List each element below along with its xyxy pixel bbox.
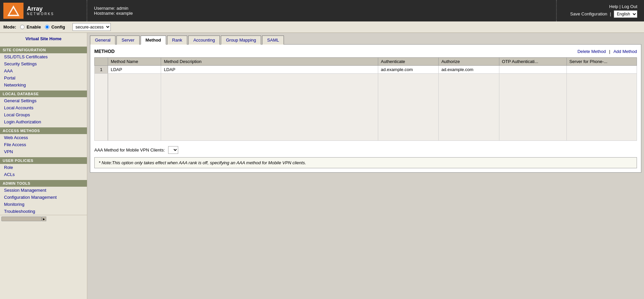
table-header-row: Method Name Method Description Authentic… <box>95 58 637 66</box>
tab-general[interactable]: General <box>90 36 115 45</box>
sidebar-item-acls[interactable]: ACLs <box>0 171 87 178</box>
enable-label: Enable <box>27 24 41 29</box>
config-radio-group: Config <box>45 24 65 29</box>
layout: Virtual Site Home SITE CONFIGURATION SSL… <box>0 33 644 299</box>
array-logo-icon <box>7 5 20 17</box>
th-authorize: Authorize <box>439 58 499 66</box>
empty-name <box>108 74 161 141</box>
sidebar-section-local-db: LOCAL DATABASE <box>0 91 87 97</box>
logo-box <box>3 3 23 19</box>
mode-bar: Mode: Enable Config secure-access <box>0 21 644 33</box>
actions-sep: | <box>609 49 611 54</box>
top-links: Help | Log Out <box>609 4 637 9</box>
sidebar-item-ssl-certs[interactable]: SSL/DTLS Certificates <box>0 53 87 60</box>
row-num: 1 <box>95 66 108 74</box>
row-method-name: LDAP <box>108 66 161 74</box>
sidebar-section-site-config: SITE CONFIGURATION <box>0 47 87 53</box>
sidebar-item-vpn[interactable]: VPN <box>0 148 87 155</box>
empty-num <box>95 74 108 141</box>
sidebar-item-aaa[interactable]: AAA <box>0 67 87 74</box>
sidebar-item-networking[interactable]: Networking <box>0 81 87 88</box>
tab-server[interactable]: Server <box>116 36 139 45</box>
sidebar-item-session-mgmt[interactable]: Session Management <box>0 187 87 194</box>
brand-name: Array <box>27 6 54 12</box>
tab-method[interactable]: Method <box>141 36 166 45</box>
sidebar-item-web-access[interactable]: Web Access <box>0 134 87 141</box>
mode-dropdown[interactable]: secure-access <box>72 23 111 31</box>
config-label: Config <box>51 24 65 29</box>
mobile-vpn-label: AAA Method for Mobile VPN Clients: <box>94 147 165 153</box>
user-info: Username: admin Hostname: example <box>87 0 557 21</box>
row-authenticate: ad.example.com <box>378 66 438 74</box>
table-row: 1 LDAP LDAP ad.example.com ad.example.co… <box>95 66 637 74</box>
add-method-link[interactable]: Add Method <box>613 49 637 54</box>
language-select[interactable]: English <box>614 10 637 18</box>
sidebar-item-general-settings[interactable]: General Settings <box>0 97 87 104</box>
empty-otp <box>499 74 566 141</box>
note-box: * Note:This option only takes effect whe… <box>94 157 637 168</box>
save-lang: Save Configuration | English <box>570 10 637 18</box>
sidebar-item-login-auth[interactable]: Login Authorization <box>0 118 87 125</box>
empty-auth <box>378 74 438 141</box>
tabs-container: General Server Method Rank Accounting Gr… <box>90 36 641 45</box>
th-num <box>95 58 108 66</box>
th-authenticate: Authenticate <box>378 58 438 66</box>
mobile-vpn-select[interactable] <box>168 146 178 154</box>
hostname-label: Hostname: example <box>94 11 549 16</box>
logo-area: Array NETWORKS <box>0 0 87 21</box>
tab-accounting[interactable]: Accounting <box>188 36 220 45</box>
tab-saml[interactable]: SAML <box>262 36 284 45</box>
enable-radio[interactable] <box>20 25 24 29</box>
sidebar-item-troubleshooting[interactable]: Troubleshooting <box>0 208 87 215</box>
tab-group-mapping[interactable]: Group Mapping <box>221 36 261 45</box>
username-label: Username: admin <box>94 6 549 11</box>
method-title: METHOD <box>94 49 115 54</box>
empty-desc <box>161 74 378 141</box>
main-content: General Server Method Rank Accounting Gr… <box>87 33 644 299</box>
sidebar-item-portal[interactable]: Portal <box>0 74 87 81</box>
sidebar-section-user-policies: USER POLICIES <box>0 157 87 164</box>
mobile-vpn-section: AAA Method for Mobile VPN Clients: <box>94 146 637 154</box>
th-method-name: Method Name <box>108 58 161 66</box>
save-config-link[interactable]: Save Configuration <box>570 11 607 16</box>
row-method-desc: LDAP <box>161 66 378 74</box>
method-panel: METHOD Delete Method | Add Method Method… <box>90 44 641 173</box>
row-server-phone <box>566 66 637 74</box>
sidebar-item-config-mgmt[interactable]: Configuration Management <box>0 194 87 201</box>
sidebar-item-role[interactable]: Role <box>0 164 87 171</box>
scrollbar-thumb[interactable] <box>1 217 42 221</box>
th-otp: OTP Authenticati... <box>499 58 566 66</box>
pipe-sep: | <box>620 4 622 9</box>
th-method-desc: Method Description <box>161 58 378 66</box>
virtual-site-home-link[interactable]: Virtual Site Home <box>0 33 87 45</box>
method-actions: Delete Method | Add Method <box>578 49 637 54</box>
sidebar-section-access-methods: ACCESS METHODS <box>0 127 87 134</box>
top-right: Help | Log Out Save Configuration | Engl… <box>557 0 644 21</box>
empty-phone <box>566 74 637 141</box>
enable-radio-group: Enable <box>20 24 41 29</box>
note-text: * Note:This option only takes effect whe… <box>99 160 306 165</box>
sidebar-section-admin-tools: ADMIN TOOLS <box>0 180 87 187</box>
sidebar-item-local-groups[interactable]: Local Groups <box>0 111 87 118</box>
logo-text: Array NETWORKS <box>27 6 54 16</box>
sidebar-item-monitoring[interactable]: Monitoring <box>0 201 87 208</box>
row-authorize: ad.example.com <box>439 66 499 74</box>
row-otp <box>499 66 566 74</box>
th-server-phone: Server for Phone-... <box>566 58 637 66</box>
header: Array NETWORKS Username: admin Hostname:… <box>0 0 644 21</box>
method-header: METHOD Delete Method | Add Method <box>94 49 637 54</box>
config-radio[interactable] <box>45 25 49 29</box>
table-empty-row <box>95 74 637 141</box>
save-lang-sep: | <box>610 11 611 16</box>
method-table: Method Name Method Description Authentic… <box>94 57 637 141</box>
delete-method-link[interactable]: Delete Method <box>578 49 606 54</box>
logout-link[interactable]: Log Out <box>622 4 637 9</box>
empty-authz <box>439 74 499 141</box>
sidebar-item-local-accounts[interactable]: Local Accounts <box>0 104 87 111</box>
sidebar-item-security-settings[interactable]: Security Settings <box>0 60 87 67</box>
tab-rank[interactable]: Rank <box>167 36 187 45</box>
sidebar-item-file-access[interactable]: File Access <box>0 141 87 148</box>
help-link[interactable]: Help <box>609 4 618 9</box>
scroll-arrow-right[interactable]: ► <box>42 217 46 221</box>
sidebar-scroll-bar: ► <box>0 215 87 223</box>
